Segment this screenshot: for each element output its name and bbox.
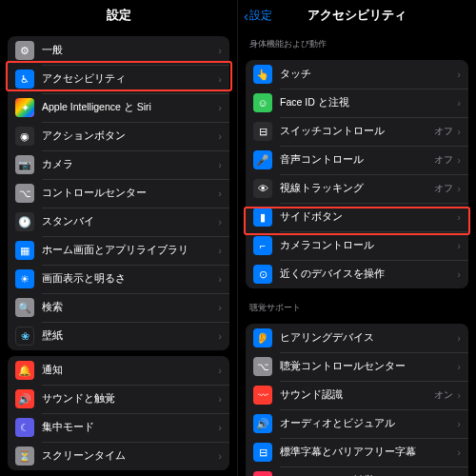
row-label: 一般: [42, 44, 218, 57]
chevron-right-icon: ›: [457, 211, 461, 223]
row-eye-tracking[interactable]: 👁視線トラッキングオフ›: [246, 174, 468, 203]
row-sounds[interactable]: 🔊サウンドと触覚›: [8, 385, 229, 413]
chevron-right-icon: ›: [218, 450, 222, 462]
chevron-right-icon: ›: [457, 154, 461, 166]
row-notifications[interactable]: 🔔通知›: [8, 356, 229, 385]
row-switch-control[interactable]: ⊟スイッチコントロールオフ›: [246, 117, 468, 146]
apple-intelligence-icon: ✦: [15, 98, 34, 117]
row-label: 画面表示と明るさ: [42, 272, 218, 286]
row-focus[interactable]: ☾集中モード›: [8, 413, 229, 442]
row-home-screen[interactable]: ▦ホーム画面とアプリライブラリ›: [8, 236, 229, 265]
row-label: サイドボタン: [280, 210, 457, 224]
row-subtitles[interactable]: ⊟標準字幕とバリアフリー字幕›: [246, 438, 468, 466]
chevron-right-icon: ›: [457, 332, 461, 344]
sounds-icon: 🔊: [15, 389, 34, 408]
home-screen-icon: ▦: [15, 241, 34, 260]
row-hearing-control[interactable]: ⌥聴覚コントロールセンター›: [246, 352, 468, 381]
back-label: 設定: [249, 8, 272, 24]
row-label: サウンドと触覚: [42, 392, 218, 406]
row-control-center[interactable]: ⌥コントロールセンター›: [8, 179, 229, 208]
chevron-right-icon: ›: [218, 159, 222, 170]
back-button[interactable]: ‹ 設定: [244, 8, 272, 24]
row-screentime[interactable]: ⏳スクリーンタイム›: [8, 442, 229, 470]
side-button-icon: ▮: [253, 208, 272, 227]
touch-icon: 👆: [253, 65, 272, 84]
row-label: Face ID と注視: [280, 96, 457, 109]
chevron-right-icon: ›: [218, 365, 222, 376]
chevron-right-icon: ›: [457, 361, 461, 372]
row-hearing[interactable]: 👂ヒアリングデバイス›: [246, 324, 468, 352]
row-label: 聴覚コントロールセンター: [280, 360, 457, 373]
focus-icon: ☾: [15, 418, 34, 437]
row-label: スクリーンタイム: [42, 449, 218, 463]
row-wallpaper[interactable]: ❀壁紙›: [8, 322, 229, 350]
chevron-right-icon: ›: [218, 45, 222, 56]
row-label: スイッチコントロール: [280, 125, 434, 138]
row-label: 通知: [42, 364, 218, 377]
screentime-icon: ⏳: [15, 446, 34, 466]
row-label: オーディオとビジュアル: [280, 417, 457, 430]
hearing-control-icon: ⌥: [253, 357, 272, 376]
row-music-haptics[interactable]: ♪ミュージックの触覚オフ›: [246, 466, 468, 476]
row-search[interactable]: 🔍検索›: [8, 293, 229, 322]
page-title: 設定: [107, 7, 131, 24]
row-side-button[interactable]: ▮サイドボタン›: [246, 203, 468, 231]
row-voice-control[interactable]: 🎤音声コントロールオフ›: [246, 146, 468, 174]
row-display[interactable]: ☀画面表示と明るさ›: [8, 265, 229, 293]
nearby-devices-icon: ⊙: [253, 265, 272, 284]
accessibility-group: 👆タッチ›☺Face ID と注視›⊟スイッチコントロールオフ›🎤音声コントロー…: [246, 60, 468, 288]
wallpaper-icon: ❀: [15, 327, 34, 346]
row-faceid[interactable]: ☺Face ID と注視›: [246, 89, 468, 117]
gear-icon: ⚙: [15, 41, 34, 60]
hearing-icon: 👂: [253, 328, 272, 347]
row-action-button[interactable]: ◉アクションボタン›: [8, 122, 229, 150]
row-audio-visual[interactable]: 🔊オーディオとビジュアル›: [246, 409, 468, 438]
chevron-right-icon: ›: [457, 69, 461, 80]
voice-control-icon: 🎤: [253, 150, 272, 169]
subtitles-icon: ⊟: [253, 443, 272, 462]
settings-header: 設定: [0, 0, 237, 30]
faceid-icon: ☺: [253, 93, 272, 112]
chevron-right-icon: ›: [218, 216, 222, 228]
chevron-right-icon: ›: [457, 446, 461, 458]
row-label: 近くのデバイスを操作: [280, 268, 457, 281]
row-label: スタンバイ: [42, 215, 218, 228]
settings-group: 🔔通知›🔊サウンドと触覚›☾集中モード›⏳スクリーンタイム›: [8, 356, 229, 470]
chevron-left-icon: ‹: [244, 8, 248, 24]
accessibility-icon: ♿︎: [15, 69, 34, 89]
row-sound-recognition[interactable]: 〰サウンド認識オン›: [246, 381, 468, 409]
row-label: Apple Intelligence と Siri: [42, 101, 218, 114]
settings-group: ⚙一般›♿︎アクセシビリティ›✦Apple Intelligence と Sir…: [8, 36, 229, 350]
music-haptics-icon: ♪: [253, 471, 272, 476]
chevron-right-icon: ›: [457, 268, 461, 280]
chevron-right-icon: ›: [457, 418, 461, 429]
row-label: サウンド認識: [280, 388, 434, 402]
row-standby[interactable]: 🕐スタンバイ›: [8, 208, 229, 236]
row-label: 壁紙: [42, 329, 218, 343]
row-camera[interactable]: 📷カメラ›: [8, 150, 229, 179]
accessibility-panel: ‹ 設定 アクセシビリティ 身体機能および動作👆タッチ›☺Face ID と注視…: [238, 0, 476, 476]
chevron-right-icon: ›: [218, 102, 222, 113]
row-label: 視線トラッキング: [280, 182, 434, 195]
row-nearby-devices[interactable]: ⊙近くのデバイスを操作›: [246, 260, 468, 288]
row-label: カメラコントロール: [280, 239, 457, 252]
notifications-icon: 🔔: [15, 361, 34, 380]
row-accessibility[interactable]: ♿︎アクセシビリティ›: [8, 65, 229, 93]
page-title: アクセシビリティ: [307, 7, 407, 24]
row-label: ヒアリングデバイス: [280, 331, 457, 345]
row-detail: オフ: [434, 153, 453, 167]
chevron-right-icon: ›: [457, 183, 461, 194]
accessibility-header: ‹ 設定 アクセシビリティ: [238, 0, 476, 30]
switch-control-icon: ⊟: [253, 122, 272, 141]
row-touch[interactable]: 👆タッチ›: [246, 60, 468, 89]
chevron-right-icon: ›: [218, 330, 222, 342]
row-detail: オフ: [434, 182, 453, 195]
row-apple-intelligence[interactable]: ✦Apple Intelligence と Siri›: [8, 93, 229, 122]
accessibility-group: 👂ヒアリングデバイス›⌥聴覚コントロールセンター›〰サウンド認識オン›🔊オーディ…: [246, 324, 468, 476]
row-camera-control[interactable]: ⌐カメラコントロール›: [246, 231, 468, 260]
row-label: カメラ: [42, 158, 218, 171]
row-gear[interactable]: ⚙一般›: [8, 36, 229, 65]
section-label: 聴覚サポート: [238, 294, 476, 318]
control-center-icon: ⌥: [15, 184, 34, 203]
chevron-right-icon: ›: [457, 97, 461, 109]
